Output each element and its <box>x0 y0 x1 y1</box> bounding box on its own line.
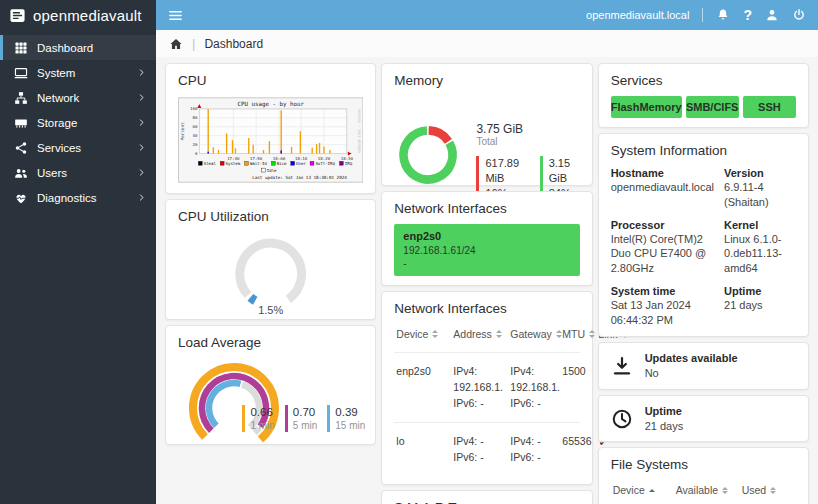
sidebar-item-services[interactable]: Services <box>0 135 156 160</box>
cell-gateway: IPv4:192.168.1.IPv6: - <box>510 363 562 412</box>
dashboard-grid-icon <box>14 41 28 55</box>
breadcrumb: | Dashboard <box>156 30 818 57</box>
help-icon[interactable]: ? <box>743 8 752 22</box>
card-file-systems: File Systems DeviceAvailableUsed/dev/sda… <box>598 447 809 504</box>
card-network-interfaces-status: Network Interfaces enp2s0 192.168.1.61/2… <box>381 191 592 286</box>
svg-text:100: 100 <box>190 107 198 112</box>
column-2: Memory 3.75 GiB Total 617.89 MiB 16% Use… <box>381 63 592 498</box>
logo[interactable]: openmediavault <box>0 0 156 30</box>
svg-text:1.5%: 1.5% <box>258 304 283 316</box>
sidebar-item-label: System <box>37 67 75 79</box>
card-services: Services FlashMemorySMB/CIFSSSH <box>598 63 809 128</box>
sidebar-item-label: Diagnostics <box>37 192 96 204</box>
updates-title: Updates available <box>645 351 738 366</box>
svg-text:IRQ: IRQ <box>345 161 353 166</box>
interface-address: 192.168.1.61/24 <box>403 244 570 258</box>
memory-donut-chart <box>394 112 462 198</box>
sidebar-item-label: Users <box>37 167 67 179</box>
sidebar-item-storage[interactable]: Storage <box>0 110 156 135</box>
column-header-device[interactable]: Device <box>613 484 676 496</box>
storage-icon <box>14 116 28 130</box>
card-network-table-title: Network Interfaces <box>394 301 579 316</box>
table-row: enp2s0IPv4:192.168.1.IPv6: -IPv4:192.168… <box>394 352 579 422</box>
svg-text:Steal: Steal <box>204 161 217 166</box>
memory-total-label: Total <box>476 136 579 147</box>
main-area: openmediavault.local ? | Dashboard CPU C… <box>156 0 818 504</box>
system-info-field: Hostnameopenmediavault.local <box>611 166 714 209</box>
dashboard-content: CPU CPU usage - by hourPercent0204060801… <box>156 57 818 504</box>
card-network-interfaces-table: Network Interfaces DeviceAddressGatewayM… <box>381 291 592 485</box>
diagnostics-heart-icon <box>14 191 28 205</box>
chevron-right-icon <box>137 118 146 127</box>
chevron-right-icon <box>137 143 146 152</box>
cpu-rrd-graph: CPU usage - by hourPercent02040608010017… <box>178 96 363 184</box>
cell-device: enp2s0 <box>396 363 453 412</box>
notifications-bell-icon[interactable] <box>716 8 730 22</box>
interface-name: enp2s0 <box>403 229 570 244</box>
load-legend-item: 0.705 min <box>285 405 317 432</box>
updates-value: No <box>645 366 738 381</box>
column-header-used[interactable]: Used <box>742 484 794 496</box>
sidebar-item-users[interactable]: Users <box>0 160 156 185</box>
cell-gateway: IPv4: -IPv6: - <box>510 433 562 466</box>
sidebar-item-network[interactable]: Network <box>0 85 156 110</box>
svg-text:20: 20 <box>192 142 197 147</box>
card-system-information: System Information Hostnameopenmediavaul… <box>598 133 809 337</box>
load-average-rings <box>178 358 294 450</box>
system-info-field: Version6.9.11-4 (Shaitan) <box>724 166 796 209</box>
sidebar-item-system[interactable]: System <box>0 60 156 85</box>
column-header-gateway[interactable]: Gateway <box>510 328 562 340</box>
card-cpu-utilization: CPU Utilization 1.5% <box>165 199 376 320</box>
column-header-mtu[interactable]: MTU <box>562 328 598 340</box>
service-status-badge-ssh: SSH <box>743 96 796 118</box>
users-icon <box>14 166 28 180</box>
chevron-right-icon <box>137 93 146 102</box>
svg-text:Wait-IO: Wait-IO <box>250 161 268 166</box>
sidebar-item-diagnostics[interactable]: Diagnostics <box>0 185 156 210</box>
topbar-divider <box>702 8 703 22</box>
interface-extra: - <box>403 257 570 271</box>
services-share-icon <box>14 141 28 155</box>
service-status-badge-smbcifs: SMB/CIFS <box>686 96 739 118</box>
column-header-address[interactable]: Address <box>453 328 510 340</box>
card-updates-available: Updates available No <box>598 342 809 390</box>
card-services-title: Services <box>611 73 796 88</box>
system-info-field: Uptime21 days <box>724 284 796 327</box>
cpu-utilization-gauge: 1.5% <box>178 232 363 316</box>
svg-text:System: System <box>226 161 241 166</box>
column-header-available[interactable]: Available <box>676 484 742 496</box>
power-icon[interactable] <box>792 8 806 22</box>
sidebar-item-dashboard[interactable]: Dashboard <box>0 35 156 60</box>
load-legend-item: 0.3915 min <box>327 405 365 432</box>
svg-text:60: 60 <box>192 124 197 129</box>
card-uptime: Uptime 21 days <box>598 395 809 443</box>
column-1: CPU CPU usage - by hourPercent0204060801… <box>165 63 376 498</box>
cell-mtu: 1500 <box>562 363 598 412</box>
openmediavault-logo-icon <box>9 7 26 24</box>
services-badges: FlashMemorySMB/CIFSSSH <box>611 96 796 118</box>
card-system-info-title: System Information <box>611 143 796 158</box>
svg-text:User: User <box>296 161 306 166</box>
card-cpu-title: CPU <box>178 73 363 88</box>
column-header-device[interactable]: Device <box>396 328 453 340</box>
system-monitor-icon <box>14 66 28 80</box>
card-cpu-utilization-title: CPU Utilization <box>178 209 363 224</box>
cell-address: IPv4: -IPv6: - <box>453 433 510 466</box>
home-icon[interactable] <box>169 37 183 51</box>
sidebar: openmediavault DashboardSystemNetworkSto… <box>0 0 156 504</box>
cell-device: lo <box>396 433 453 466</box>
network-interface-status-badge: enp2s0 192.168.1.61/24 - <box>394 224 579 276</box>
chevron-right-icon <box>137 68 146 77</box>
menu-toggle-icon[interactable] <box>168 8 183 23</box>
card-smart: S.M.A.R.T. /dev/sda 18°C <box>381 490 592 504</box>
clock-icon <box>611 408 633 430</box>
sidebar-item-label: Services <box>37 142 81 154</box>
load-average-legend: 0.661 min0.705 min0.3915 min <box>242 405 365 432</box>
svg-text:Soft-IRQ: Soft-IRQ <box>315 161 335 166</box>
chevron-right-icon <box>137 193 146 202</box>
hostname-label: openmediavault.local <box>586 9 689 21</box>
download-icon <box>611 355 633 377</box>
topbar-right: openmediavault.local ? <box>586 8 806 22</box>
user-account-icon[interactable] <box>765 8 779 22</box>
sidebar-menu: DashboardSystemNetworkStorageServicesUse… <box>0 30 156 210</box>
